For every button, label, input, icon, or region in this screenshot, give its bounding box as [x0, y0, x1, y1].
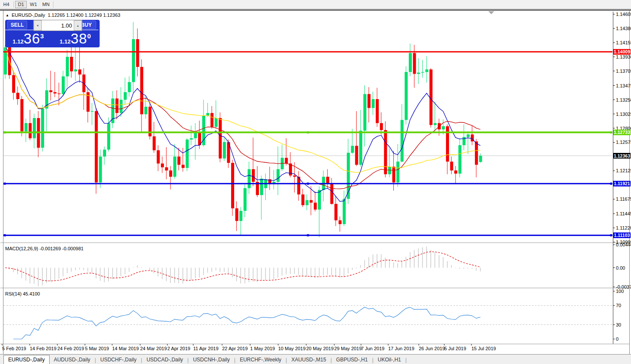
- macd-indicator-label: MACD(12,26,9) -0.001269 -0.000981: [5, 246, 84, 251]
- sell-price-sup: 3: [40, 32, 44, 40]
- rsi-indicator-label: RSI(14) 45.4100: [5, 291, 40, 296]
- date-tick-label: 17 Jun 2019: [388, 346, 414, 351]
- symbol-tab-ukoil[interactable]: UKOil-,H1: [374, 355, 405, 364]
- hline-handle: [4, 234, 6, 236]
- svg-text:1.11921: 1.11921: [614, 181, 630, 186]
- symbol-tab-usdcnh[interactable]: USDCNH-,Daily: [188, 355, 234, 364]
- candlestick-series: [4, 22, 482, 237]
- symbol-tab-usdcad[interactable]: USDCAD-,Daily: [142, 355, 188, 364]
- svg-text:1.13250: 1.13250: [616, 97, 631, 103]
- date-tick-label: 5 Jul 2019: [444, 346, 466, 351]
- chart-title: ▲EURUSD-,Daily 1.12265 1.12400 1.12249 1…: [6, 12, 120, 18]
- hline-handle: [307, 234, 309, 236]
- hline-handle: [610, 183, 612, 185]
- period-tab-w1[interactable]: W1: [28, 1, 39, 8]
- sell-price-big: 36: [24, 31, 41, 47]
- volume-decrease-button[interactable]: ▼: [34, 20, 42, 31]
- date-tick-label: 14 Feb 2019: [30, 346, 57, 351]
- volume-increase-button[interactable]: ▲: [74, 20, 82, 31]
- date-tick-label: 5 Feb 2019: [2, 346, 26, 351]
- date-tick-label: 26 Jun 2019: [419, 346, 445, 351]
- symbol-tab-gbpusd[interactable]: GBPUSD-,H1: [332, 355, 372, 364]
- svg-text:1.12363: 1.12363: [614, 153, 630, 159]
- date-tick-label: 2 Apr 2019: [167, 346, 190, 351]
- date-tick-label: 15 Jul 2019: [471, 346, 496, 351]
- one-click-trading-panel: SELL 1.12 36 3 BUY 1.12 38 0 ▼ ▲: [5, 20, 100, 47]
- rsi-line: [13, 307, 480, 339]
- symbol-tab-usdchf[interactable]: USDCHF-,Daily: [96, 355, 141, 364]
- hline-handle: [4, 131, 6, 134]
- svg-text:0.004465: 0.004465: [616, 242, 631, 247]
- date-tick-label: 7 Jun 2019: [361, 346, 384, 351]
- symbol-tab-eurusd[interactable]: EURUSD-,Daily: [3, 355, 50, 364]
- date-tick-label: 24 Feb 2019: [57, 346, 84, 351]
- volume-input[interactable]: [42, 20, 74, 31]
- svg-text:70: 70: [616, 303, 621, 308]
- collapse-panel-icon[interactable]: ▲: [6, 13, 9, 17]
- period-tab-h4[interactable]: H4: [0, 1, 12, 8]
- date-tick-label: 11 Apr 2019: [193, 346, 219, 351]
- buy-price-box[interactable]: 1.12 38 0: [52, 30, 98, 47]
- symbol-tab-eurchf[interactable]: EURCHF-,Weekly: [235, 355, 286, 364]
- buy-price-sup: 0: [87, 32, 91, 40]
- date-tick-label: 14 Mar 2019: [112, 346, 139, 351]
- sell-button[interactable]: SELL: [7, 21, 27, 29]
- hline-handle: [4, 183, 6, 185]
- period-tab-d1[interactable]: D1: [15, 1, 27, 8]
- svg-text:100: 100: [616, 289, 624, 294]
- tab-separator: |: [405, 357, 407, 364]
- buy-price-prefix: 1.12: [60, 38, 70, 45]
- chart-symbol-label: EURUSD-,Daily: [12, 12, 45, 18]
- svg-text:0: 0: [616, 336, 618, 342]
- hline-handle: [610, 234, 612, 236]
- date-tick-label: 29 May 2019: [334, 346, 362, 351]
- symbol-tab-bar: EURUSD-,DailyAUDUSD-,Daily|USDCHF-,Daily…: [0, 354, 631, 364]
- svg-text:1.12125: 1.12125: [616, 168, 631, 173]
- period-tab-mn[interactable]: MN: [40, 1, 52, 8]
- svg-text:1.14009: 1.14009: [614, 49, 630, 54]
- chart-window: 1.146051.143801.141551.139301.137051.134…: [0, 9, 631, 354]
- date-tick-label: 22 Apr 2019: [222, 346, 248, 351]
- date-tick-label: 1 May 2019: [250, 346, 275, 351]
- svg-text:1.14155: 1.14155: [616, 40, 631, 45]
- hline-handle: [307, 131, 309, 134]
- buy-price-big: 38: [71, 31, 88, 47]
- svg-text:1.13930: 1.13930: [616, 54, 631, 59]
- svg-text:1.11103: 1.11103: [614, 233, 630, 238]
- svg-text:1.11675: 1.11675: [616, 196, 631, 202]
- volume-spinner: ▼ ▲: [33, 20, 82, 31]
- macd-series: [5, 246, 480, 286]
- svg-text:1.12733: 1.12733: [614, 130, 630, 135]
- symbol-tab-xauusd[interactable]: XAUUSD-,M15: [287, 355, 330, 364]
- chart-canvas[interactable]: 1.146051.143801.141551.139301.137051.134…: [0, 9, 631, 354]
- svg-text:1.13475: 1.13475: [616, 83, 631, 88]
- hline-handle: [610, 131, 612, 134]
- svg-text:30: 30: [616, 322, 621, 327]
- svg-text:1.13025: 1.13025: [616, 112, 631, 117]
- period-toolbar: H4D1W1MN: [0, 0, 631, 9]
- toolbar-separator: [13, 1, 14, 8]
- date-tick-label: 24 Mar 2019: [140, 346, 167, 351]
- symbol-tab-audusd[interactable]: AUDUSD-,Daily: [50, 355, 95, 364]
- svg-text:1.14380: 1.14380: [616, 26, 631, 31]
- toolbar-separator: [53, 1, 53, 8]
- svg-text:1.11220: 1.11220: [616, 225, 631, 230]
- date-tick-label: 5 Mar 2019: [85, 346, 109, 351]
- svg-text:0.00: 0.00: [616, 265, 625, 271]
- hline-handle: [307, 183, 309, 185]
- chart-ohlc-values: 1.12265 1.12400 1.12249 1.12363: [48, 12, 120, 18]
- date-tick-label: 20 May 2019: [306, 346, 334, 351]
- date-tick-label: 10 May 2019: [278, 346, 306, 351]
- svg-text:1.12575: 1.12575: [616, 140, 631, 145]
- sell-price-prefix: 1.12: [13, 38, 23, 45]
- chart-shift-icon: [488, 11, 494, 14]
- svg-text:1.11445: 1.11445: [616, 211, 631, 216]
- sell-price-box[interactable]: 1.12 36 3: [5, 30, 51, 47]
- svg-text:1.13705: 1.13705: [616, 68, 631, 74]
- svg-text:1.14605: 1.14605: [616, 12, 631, 17]
